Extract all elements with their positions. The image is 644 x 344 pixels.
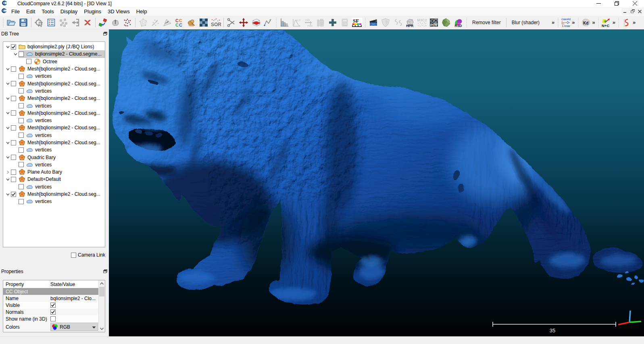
expander-open-icon[interactable]: [13, 51, 19, 57]
toolbar-overflow-icon[interactable]: »: [550, 19, 556, 25]
s-spline-icon[interactable]: [621, 17, 631, 28]
cloud-cloud-distance-icon[interactable]: CCCC: [173, 17, 185, 28]
tree-item-vertices[interactable]: vertices: [3, 73, 105, 80]
menu-3d-views[interactable]: 3D Views: [104, 7, 133, 16]
convex-hull-icon[interactable]: [137, 17, 149, 28]
toolbar-handle[interactable]: [618, 18, 620, 27]
delete-icon[interactable]: [81, 17, 94, 28]
tree-checkbox[interactable]: [26, 59, 31, 64]
menu-help[interactable]: Help: [133, 7, 150, 16]
tree-item-vertices[interactable]: vertices: [3, 198, 105, 205]
expander-open-icon[interactable]: [5, 125, 11, 131]
tree-checkbox[interactable]: [19, 162, 24, 167]
animation-icon[interactable]: [367, 17, 379, 28]
tree-checkbox[interactable]: [11, 81, 16, 86]
camera-link-checkbox[interactable]: [71, 253, 76, 258]
tree-item-vertices[interactable]: vertices: [3, 146, 105, 153]
tree-checkbox[interactable]: [19, 88, 24, 93]
tree-item-plane-auto-bary[interactable]: Plane Auto Bary: [3, 168, 105, 176]
poisson-recon-icon[interactable]: [440, 17, 452, 28]
tree-item-bqlionsimple2-cloud-segme[interactable]: bqlionsimple2 - Cloud.segme...: [3, 50, 105, 58]
sf-rainbow-icon[interactable]: SF: [351, 17, 363, 28]
toolbar-handle[interactable]: [577, 18, 579, 27]
expander-open-icon[interactable]: [5, 81, 11, 87]
toolbar-handle[interactable]: [598, 18, 600, 27]
polyline-trace-icon[interactable]: [262, 17, 274, 28]
expander-open-icon[interactable]: [5, 95, 11, 102]
tree-checkbox[interactable]: [19, 199, 24, 204]
tree-item-vertices[interactable]: vertices: [3, 161, 105, 168]
tree-item-mesh-bqlionsimple2-cloud-seg[interactable]: Mesh[bqlionsimple2 - Cloud.seg...: [3, 80, 105, 87]
tree-checkbox[interactable]: [19, 147, 24, 153]
sor-filter-icon[interactable]: SOR: [210, 17, 222, 28]
tree-checkbox[interactable]: [11, 110, 16, 116]
shield-icon[interactable]: [379, 17, 392, 28]
toolbar-handle[interactable]: [465, 18, 467, 27]
mdi-close-button[interactable]: [636, 8, 643, 15]
menu-edit[interactable]: Edit: [23, 7, 38, 16]
toolbar-handle[interactable]: [557, 18, 559, 27]
fuse-icon[interactable]: [109, 17, 121, 28]
hpr-icon[interactable]: HPR: [404, 17, 416, 28]
toolbar-overflow-icon[interactable]: »: [591, 19, 596, 25]
tree-checkbox[interactable]: [19, 52, 24, 57]
tree-checkbox[interactable]: [11, 96, 16, 101]
properties-list-icon[interactable]: [45, 17, 57, 28]
window-close-button[interactable]: [626, 0, 644, 7]
toolbar-handle[interactable]: [275, 18, 277, 27]
tree-checkbox[interactable]: [11, 155, 16, 160]
kd-tree-icon[interactable]: Kd: [581, 17, 591, 28]
tree-item-default-default[interactable]: Default+Default: [3, 176, 105, 183]
normals-compute-icon[interactable]: N+C: [601, 17, 611, 28]
subsample-icon[interactable]: [121, 17, 133, 28]
scissors-icon[interactable]: [225, 17, 238, 28]
save-icon[interactable]: [17, 17, 29, 28]
property-checkbox[interactable]: [50, 316, 56, 321]
point-picking-icon[interactable]: [57, 17, 69, 28]
toolbar-overflow-icon[interactable]: »: [571, 19, 576, 25]
delete-sf-icon[interactable]: [315, 17, 327, 28]
tree-item-vertices[interactable]: vertices: [3, 183, 105, 191]
open-icon[interactable]: [5, 17, 17, 28]
scroll-down-icon[interactable]: [99, 325, 105, 332]
tree-checkbox[interactable]: [11, 140, 16, 145]
toolbar-button-remove-filter[interactable]: Remove filter: [469, 20, 504, 25]
tree-checkbox[interactable]: [11, 44, 16, 50]
tree-checkbox[interactable]: [11, 66, 16, 72]
tree-checkbox[interactable]: [19, 103, 24, 108]
expander-open-icon[interactable]: [5, 154, 11, 160]
sand-distance-icon[interactable]: [185, 17, 198, 28]
tree-checkbox[interactable]: [11, 177, 16, 182]
toolbar-overflow-icon[interactable]: »: [611, 19, 617, 25]
mdi-child-icon[interactable]: [1, 8, 6, 15]
tree-item-mesh-bqlionsimple2-cloud-seg[interactable]: Mesh[bqlionsimple2 - Cloud.seg...: [3, 139, 105, 146]
clone-icon[interactable]: [97, 17, 109, 28]
tree-item-vertices[interactable]: vertices: [3, 102, 105, 109]
tree-item-mesh-bqlionsimple2-cloud-seg[interactable]: Mesh[bqlionsimple2 - Cloud.seg...: [3, 124, 105, 131]
canupo-icon[interactable]: CANUPOCreate: [560, 17, 571, 28]
menu-plugins[interactable]: Plugins: [81, 7, 104, 16]
toolbar-handle[interactable]: [2, 18, 4, 27]
toolbar-button-blur-shader-[interactable]: Blur (shader): [508, 20, 543, 25]
toolbar-handle[interactable]: [364, 18, 366, 27]
gaussian-filter-icon[interactable]: μ,σ: [290, 17, 302, 28]
tree-item-bqlionsimple2-ply-j-bq-lions[interactable]: bqlionsimple2.ply (J:/BQ Lions): [3, 43, 105, 50]
property-checkbox[interactable]: [50, 303, 56, 308]
properties-scrollbar[interactable]: [98, 280, 105, 332]
tree-item-mesh-bqlionsimple2-cloud-seg[interactable]: Mesh[bqlionsimple2 - Cloud.seg...: [3, 110, 105, 117]
expander-open-icon[interactable]: [5, 110, 11, 116]
expander-closed-icon[interactable]: [5, 169, 11, 175]
tree-item-mesh-bqlionsimple2-cloud-seg[interactable]: Mesh[bqlionsimple2 - Cloud.seg...: [3, 65, 105, 73]
properties-float-icon[interactable]: [103, 269, 107, 274]
checkerboard-icon[interactable]: [198, 17, 210, 28]
tree-checkbox[interactable]: [11, 125, 16, 131]
window-maximize-button[interactable]: [608, 0, 626, 7]
property-checkbox[interactable]: [50, 309, 56, 315]
scroll-up-icon[interactable]: [99, 280, 105, 287]
sf-arithmetic-icon[interactable]: [339, 17, 351, 28]
scrollbar-thumb[interactable]: [99, 287, 104, 296]
tree-item-mesh-bqlionsimple2-cloud-seg[interactable]: Mesh[bqlionsimple2 - Cloud.seg...: [3, 191, 105, 198]
toolbar-overflow-icon[interactable]: »: [631, 19, 637, 25]
expander-open-icon[interactable]: [5, 66, 11, 72]
m3c2-icon[interactable]: M3C2: [416, 17, 428, 28]
